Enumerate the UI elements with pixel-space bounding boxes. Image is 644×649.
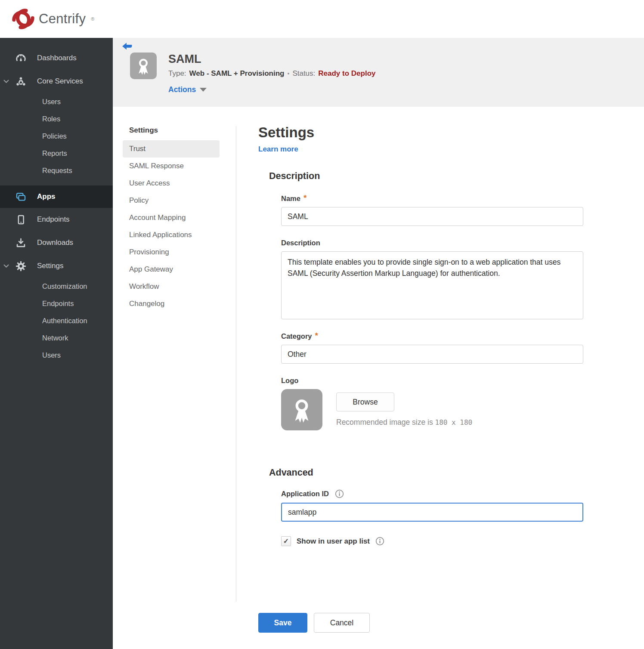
main-heading: Settings bbox=[258, 124, 583, 141]
show-in-user-app-list-checkbox[interactable]: ✓ bbox=[281, 536, 291, 546]
show-in-user-app-list-label: Show in user app list bbox=[297, 537, 370, 546]
logo-preview bbox=[281, 389, 322, 430]
sidebar-item-reports[interactable]: Reports bbox=[0, 145, 113, 162]
category-label-text: Category bbox=[281, 332, 312, 340]
app-title-block: SAML Type: Web - SAML + Provisioning • S… bbox=[168, 53, 376, 94]
download-icon bbox=[15, 237, 27, 249]
sidebar-item-label: Core Services bbox=[37, 77, 83, 86]
actions-label: Actions bbox=[168, 85, 196, 94]
sidebar-item-requests[interactable]: Requests bbox=[0, 162, 113, 179]
sidebar-item-settings-users[interactable]: Users bbox=[0, 346, 113, 364]
sidebar-item-label: Endpoints bbox=[42, 300, 74, 308]
brand-name: Centrify bbox=[39, 11, 86, 27]
category-field-label: Category * bbox=[281, 332, 583, 340]
sidebar-item-label: Roles bbox=[42, 115, 60, 123]
name-field-label: Name * bbox=[281, 195, 583, 203]
name-input[interactable] bbox=[281, 207, 583, 226]
subnav-item-trust[interactable]: Trust bbox=[123, 140, 220, 158]
sidebar-item-label: Users bbox=[42, 351, 61, 359]
chevron-down-icon bbox=[3, 262, 9, 270]
subnav-item-user-access[interactable]: User Access bbox=[123, 175, 220, 192]
application-id-label-row: Application ID bbox=[281, 489, 583, 498]
subnav-item-saml-response[interactable]: SAML Response bbox=[123, 158, 220, 175]
caret-down-icon bbox=[200, 88, 207, 92]
gauge-icon bbox=[15, 53, 27, 64]
award-ribbon-icon bbox=[288, 396, 316, 424]
sidebar-item-label: Dashboards bbox=[37, 54, 77, 62]
type-value: Web - SAML + Provisioning bbox=[189, 69, 285, 78]
required-marker: * bbox=[303, 195, 307, 201]
logo-upload-block: Browse Recommended image size is 180 x 1… bbox=[336, 389, 472, 430]
sidebar-item-authentication[interactable]: Authentication bbox=[0, 312, 113, 329]
subnav-item-changelog[interactable]: Changelog bbox=[123, 295, 220, 312]
subnav-item-account-mapping[interactable]: Account Mapping bbox=[123, 209, 220, 226]
status-badge: Ready to Deploy bbox=[318, 69, 375, 78]
info-icon[interactable] bbox=[375, 537, 384, 546]
subnav-item-workflow[interactable]: Workflow bbox=[123, 278, 220, 295]
sidebar-item-policies[interactable]: Policies bbox=[0, 127, 113, 145]
settings-main: Settings Learn more Description Name * D… bbox=[236, 107, 583, 641]
sidebar-item-label: Users bbox=[42, 98, 61, 106]
logo-hint-text: Recommended image size is bbox=[336, 418, 435, 426]
chevron-down-icon bbox=[3, 77, 9, 86]
back-button[interactable] bbox=[121, 42, 133, 51]
required-marker: * bbox=[315, 332, 318, 339]
check-icon: ✓ bbox=[283, 537, 289, 545]
sidebar: Dashboards Core Services Users Roles Pol… bbox=[0, 38, 113, 649]
brand-logo: Centrify ® bbox=[12, 8, 94, 30]
sidebar-item-label: Customization bbox=[42, 282, 87, 291]
application-id-label: Application ID bbox=[281, 490, 329, 498]
cancel-button[interactable]: Cancel bbox=[314, 613, 370, 633]
meta-separator: • bbox=[287, 70, 289, 77]
apps-icon bbox=[15, 191, 27, 203]
actions-dropdown[interactable]: Actions bbox=[168, 85, 207, 94]
sidebar-item-label: Apps bbox=[37, 192, 56, 201]
app-header: SAML Type: Web - SAML + Provisioning • S… bbox=[113, 38, 644, 107]
sidebar-item-customization[interactable]: Customization bbox=[0, 278, 113, 295]
sidebar-item-dashboards[interactable]: Dashboards bbox=[0, 46, 113, 70]
logo-hint-dimensions: 180 x 180 bbox=[435, 418, 473, 426]
core-services-icon bbox=[15, 76, 27, 87]
brand-trademark: ® bbox=[91, 16, 94, 22]
show-in-user-app-list-row: ✓ Show in user app list bbox=[281, 536, 583, 546]
type-label: Type: bbox=[168, 69, 186, 78]
sidebar-item-roles[interactable]: Roles bbox=[0, 110, 113, 127]
save-button[interactable]: Save bbox=[258, 613, 307, 633]
subnav-item-policy[interactable]: Policy bbox=[123, 192, 220, 209]
sidebar-item-downloads[interactable]: Downloads bbox=[0, 231, 113, 254]
sidebar-item-label: Policies bbox=[42, 132, 67, 140]
logo-field-label: Logo bbox=[281, 377, 583, 385]
sidebar-item-label: Requests bbox=[42, 167, 72, 175]
logo-size-hint: Recommended image size is 180 x 180 bbox=[336, 418, 472, 427]
advanced-section-heading: Advanced bbox=[269, 467, 583, 478]
mobile-device-icon bbox=[15, 214, 27, 226]
subnav-item-provisioning[interactable]: Provisioning bbox=[123, 244, 220, 261]
category-input[interactable] bbox=[281, 345, 583, 364]
description-textarea[interactable] bbox=[281, 251, 583, 319]
sidebar-item-apps[interactable]: Apps bbox=[0, 185, 113, 208]
name-label-text: Name bbox=[281, 195, 300, 203]
sidebar-item-settings-endpoints[interactable]: Endpoints bbox=[0, 295, 113, 312]
sidebar-item-label: Reports bbox=[42, 149, 67, 158]
application-id-input[interactable] bbox=[281, 503, 583, 522]
top-bar: Centrify ® bbox=[0, 0, 644, 38]
app-logo bbox=[130, 53, 157, 79]
gear-icon bbox=[15, 260, 27, 272]
description-label-text: Description bbox=[281, 239, 320, 247]
subnav-heading: Settings bbox=[123, 126, 236, 135]
browse-button[interactable]: Browse bbox=[336, 392, 394, 411]
award-ribbon-icon bbox=[133, 56, 153, 76]
sidebar-item-settings[interactable]: Settings bbox=[0, 254, 113, 278]
info-icon[interactable] bbox=[335, 489, 344, 498]
sidebar-item-endpoints[interactable]: Endpoints bbox=[0, 208, 113, 231]
sidebar-item-users[interactable]: Users bbox=[0, 93, 113, 110]
page-title: SAML bbox=[168, 53, 376, 65]
sidebar-item-network[interactable]: Network bbox=[0, 329, 113, 346]
subnav-item-linked-applications[interactable]: Linked Applications bbox=[123, 226, 220, 244]
status-label: Status: bbox=[292, 69, 315, 78]
description-section-heading: Description bbox=[269, 171, 583, 182]
sidebar-item-label: Settings bbox=[37, 262, 63, 270]
sidebar-item-core-services[interactable]: Core Services bbox=[0, 70, 113, 93]
learn-more-link[interactable]: Learn more bbox=[258, 145, 298, 154]
subnav-item-app-gateway[interactable]: App Gateway bbox=[123, 261, 220, 278]
